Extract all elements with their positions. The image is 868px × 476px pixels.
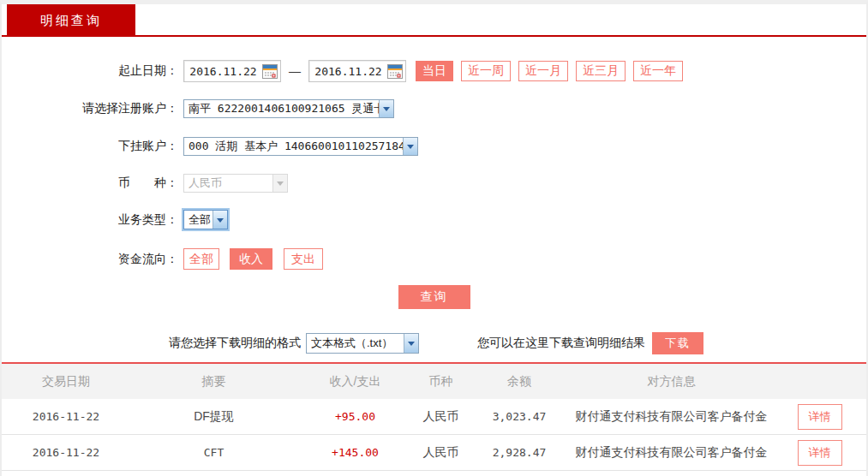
quick-range-week-button[interactable]: 近一周 bbox=[461, 61, 511, 81]
fund-flow-income-button[interactable]: 收入 bbox=[230, 248, 272, 270]
chevron-down-icon[interactable] bbox=[404, 334, 418, 353]
cell-trade-date: 2016-11-22 bbox=[2, 410, 130, 423]
business-type-row: 业务类型： 全部 bbox=[2, 210, 866, 229]
download-format-value: 文本格式（.txt） bbox=[307, 336, 404, 351]
start-date-value: 2016.11.22 bbox=[184, 65, 262, 78]
cell-summary: CFT bbox=[130, 446, 297, 459]
date-range-row: 起止日期： 2016.11.22 — 2016.11.22 bbox=[2, 60, 866, 82]
cell-balance: 2,928.47 bbox=[469, 446, 570, 459]
date-range-separator: — bbox=[289, 64, 301, 78]
end-date-input[interactable]: 2016.11.22 bbox=[308, 60, 406, 82]
detail-button[interactable]: 详情 bbox=[798, 404, 842, 430]
header-summary: 摘要 bbox=[130, 374, 297, 390]
register-account-row: 请选择注册账户： 南平 6222001406100921065 灵通卡 bbox=[2, 99, 866, 118]
business-type-label: 业务类型： bbox=[2, 212, 183, 228]
chevron-down-icon[interactable] bbox=[213, 211, 227, 229]
download-format-label: 请您选择下载明细的格式 bbox=[169, 336, 301, 351]
end-date-value: 2016.11.22 bbox=[309, 65, 387, 78]
cell-balance: 3,023.47 bbox=[469, 410, 570, 423]
tab-detail-query[interactable]: 明细查询 bbox=[7, 4, 135, 37]
header-currency: 币种 bbox=[413, 374, 469, 390]
fund-flow-all-button[interactable]: 全部 bbox=[183, 248, 219, 270]
table-header-row: 交易日期 摘要 收入/支出 币种 余额 对方信息 bbox=[2, 364, 866, 399]
register-account-select[interactable]: 南平 6222001406100921065 灵通卡 bbox=[183, 99, 394, 118]
register-account-value: 南平 6222001406100921065 灵通卡 bbox=[184, 101, 379, 116]
download-hint: 您可以在这里下载查询明细结果 bbox=[477, 336, 645, 351]
header-counterparty: 对方信息 bbox=[570, 374, 773, 390]
cell-counterparty: 财付通支付科技有限公司客户备付金 bbox=[570, 409, 773, 425]
table-row: 2016-11-22 DF提现 +95.00 人民币 3,023.47 财付通支… bbox=[2, 399, 866, 435]
cell-amount: +95.00 bbox=[297, 410, 413, 423]
cell-trade-date: 2016-11-22 bbox=[2, 446, 130, 459]
sub-account-row: 下挂账户： 000 活期 基本户 1406600101102571848 bbox=[2, 137, 866, 156]
header-amount: 收入/支出 bbox=[297, 374, 413, 390]
quick-range-month-button[interactable]: 近一月 bbox=[518, 61, 568, 81]
currency-select: 人民币 bbox=[183, 174, 288, 193]
cell-currency: 人民币 bbox=[413, 409, 469, 425]
download-row: 请您选择下载明细的格式 文本格式（.txt） 您可以在这里下载查询明细结果 下载 bbox=[169, 332, 866, 354]
quick-range-today-button[interactable]: 当日 bbox=[416, 61, 453, 81]
business-type-select[interactable]: 全部 bbox=[183, 210, 228, 229]
query-form: 起止日期： 2016.11.22 — 2016.11.22 bbox=[2, 37, 866, 354]
detail-query-page: 明细查询 起止日期： 2016.11.22 — bbox=[0, 0, 868, 476]
calendar-icon[interactable] bbox=[387, 64, 403, 79]
cell-action: 详情 bbox=[773, 440, 866, 466]
quick-range-quarter-button[interactable]: 近三月 bbox=[576, 61, 626, 81]
cell-counterparty: 财付通支付科技有限公司客户备付金 bbox=[570, 445, 773, 461]
date-range-label: 起止日期： bbox=[2, 63, 183, 79]
table-row: 2016-11-22 CFT +145.00 人民币 2,928.47 财付通支… bbox=[2, 435, 866, 471]
header-trade-date: 交易日期 bbox=[2, 374, 130, 390]
quick-range-year-button[interactable]: 近一年 bbox=[633, 61, 683, 81]
query-button-row: 查询 bbox=[2, 285, 866, 309]
download-format-select[interactable]: 文本格式（.txt） bbox=[306, 333, 419, 354]
tab-bar: 明细查询 bbox=[2, 4, 866, 37]
cell-currency: 人民币 bbox=[413, 445, 469, 461]
cell-action: 详情 bbox=[773, 404, 866, 430]
currency-label: 币 种： bbox=[2, 176, 183, 191]
currency-value: 人民币 bbox=[184, 176, 272, 191]
query-button[interactable]: 查询 bbox=[398, 285, 470, 309]
sub-account-select[interactable]: 000 活期 基本户 1406600101102571848 bbox=[183, 137, 418, 156]
fund-flow-row: 资金流向： 全部 收入 支出 bbox=[2, 248, 866, 270]
start-date-input[interactable]: 2016.11.22 bbox=[183, 60, 281, 82]
business-type-value: 全部 bbox=[184, 212, 213, 228]
currency-row: 币 种： 人民币 bbox=[2, 174, 866, 193]
register-account-label: 请选择注册账户： bbox=[2, 101, 183, 116]
fund-flow-expense-button[interactable]: 支出 bbox=[284, 248, 323, 270]
cell-amount: +145.00 bbox=[297, 446, 413, 459]
header-balance: 余额 bbox=[469, 374, 570, 390]
detail-button[interactable]: 详情 bbox=[798, 440, 842, 466]
chevron-down-icon[interactable] bbox=[379, 100, 393, 117]
sub-account-label: 下挂账户： bbox=[2, 139, 183, 154]
calendar-icon[interactable] bbox=[262, 64, 278, 79]
fund-flow-label: 资金流向： bbox=[2, 252, 183, 267]
download-button[interactable]: 下载 bbox=[652, 332, 703, 354]
tab-label: 明细查询 bbox=[40, 13, 102, 29]
chevron-down-icon[interactable] bbox=[403, 138, 417, 155]
cell-summary: DF提现 bbox=[130, 409, 297, 425]
chevron-down-icon bbox=[272, 175, 287, 192]
sub-account-value: 000 活期 基本户 1406600101102571848 bbox=[184, 139, 403, 154]
